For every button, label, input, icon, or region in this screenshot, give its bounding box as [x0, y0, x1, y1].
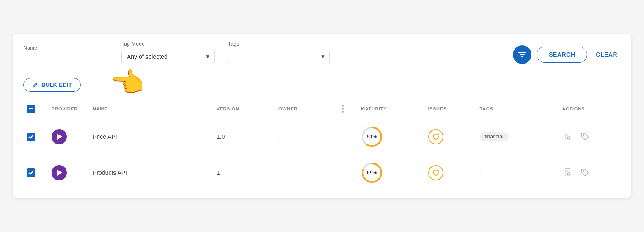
play-icon — [55, 133, 63, 141]
row1-owner-actions-cell — [337, 119, 358, 155]
row1-checkbox[interactable] — [27, 133, 35, 141]
select-all-checkbox[interactable] — [27, 105, 35, 113]
row2-maturity-circle: 69% — [361, 162, 383, 184]
col-header-owner: OWNER — [275, 99, 337, 119]
col-header-maturity: MATURITY — [358, 99, 425, 119]
edit-icon — [32, 82, 38, 88]
row2-actions-cell — [559, 155, 621, 191]
row1-tags-cell: financial — [476, 119, 559, 155]
row1-provider-icon — [52, 129, 67, 144]
col-header-provider: PROVIDER — [48, 99, 90, 119]
row2-owner-actions-cell — [337, 155, 358, 191]
svg-marker-3 — [57, 134, 62, 140]
tag-mode-select-wrapper: Any of selected All of selected None of … — [121, 50, 215, 64]
filter-icon-button[interactable] — [513, 45, 531, 64]
svg-point-11 — [583, 135, 584, 136]
checkmark-icon — [28, 134, 33, 139]
refresh-icon — [432, 133, 440, 141]
checkmark-icon — [28, 170, 33, 175]
filter-bar: Name Tag Mode Any of selected All of sel… — [13, 34, 631, 71]
tag-icon — [581, 132, 590, 141]
pointing-hand-emoji: 👈 — [110, 67, 144, 99]
row1-tag-button[interactable] — [579, 131, 591, 143]
name-filter-group: Name — [23, 45, 108, 64]
row1-version-cell: 1.0 — [213, 119, 275, 155]
row2-maturity-cell: 69% — [358, 155, 425, 191]
owner-column-menu[interactable] — [340, 103, 354, 114]
row2-owner-cell: - — [275, 155, 337, 191]
row1-tag-chip: financial — [480, 132, 509, 141]
tag-mode-label: Tag Mode — [121, 41, 215, 47]
clear-button[interactable]: CLEAR — [592, 47, 621, 62]
row2-check-cell — [23, 155, 48, 191]
col-header-issues: ISSUES — [425, 99, 476, 119]
col-header-check — [23, 99, 48, 119]
row1-maturity-cell: 51% — [358, 119, 425, 155]
row2-provider-icon — [52, 165, 67, 180]
row1-name-cell: Price API — [89, 119, 213, 155]
row2-checkbox[interactable] — [27, 168, 35, 177]
tags-filter-group: Tags ▼ — [228, 41, 330, 64]
search-button[interactable]: SEARCH — [537, 47, 587, 63]
row1-issues-cell — [425, 119, 476, 155]
row2-action-icons — [562, 167, 617, 179]
col-header-name: NAME — [89, 99, 213, 119]
row1-provider-cell — [48, 119, 90, 155]
name-label: Name — [23, 45, 108, 51]
row2-version-cell: 1 — [213, 155, 275, 191]
row1-maturity-circle: 51% — [361, 126, 383, 148]
tags-label: Tags — [228, 41, 330, 47]
row1-action-icons — [562, 131, 617, 143]
play-icon — [55, 169, 63, 177]
name-input[interactable] — [23, 53, 108, 64]
col-header-tags: TAGS — [476, 99, 559, 119]
row1-check-cell — [23, 119, 48, 155]
tags-select[interactable] — [228, 50, 330, 64]
api-table: PROVIDER NAME VERSION OWNER — [23, 99, 621, 191]
document-search-icon — [564, 132, 573, 141]
row1-actions-cell — [559, 119, 621, 155]
bulk-bar: BULK EDIT 👈 — [13, 71, 631, 99]
row2-provider-cell — [48, 155, 90, 191]
main-card: Name Tag Mode Any of selected All of sel… — [13, 34, 631, 198]
row1-view-button[interactable] — [562, 131, 574, 143]
row2-tag-button[interactable] — [579, 167, 591, 179]
row2-tags-cell: - — [476, 155, 559, 191]
bulk-edit-button[interactable]: BULK EDIT — [23, 78, 81, 92]
row2-name-cell: Products API — [89, 155, 213, 191]
svg-point-20 — [583, 171, 584, 172]
row2-issues-icon — [428, 165, 443, 180]
table-wrapper: PROVIDER NAME VERSION OWNER — [13, 99, 631, 198]
tags-select-wrapper: ▼ — [228, 50, 330, 64]
row1-owner-cell: - — [275, 119, 337, 155]
tag-mode-filter-group: Tag Mode Any of selected All of selected… — [121, 41, 215, 64]
row2-issues-cell — [425, 155, 476, 191]
filter-lines-icon — [518, 52, 526, 58]
refresh-icon — [432, 169, 440, 177]
document-search-icon — [564, 168, 573, 177]
table-row: Price API 1.0 - — [23, 119, 621, 155]
tag-icon — [581, 168, 590, 177]
col-header-version: VERSION — [213, 99, 275, 119]
filter-actions: SEARCH CLEAR — [513, 45, 621, 64]
tag-mode-select[interactable]: Any of selected All of selected None of … — [121, 50, 215, 64]
row1-issues-icon — [428, 129, 443, 144]
svg-marker-12 — [57, 170, 62, 176]
col-header-actions: ACTIONS — [559, 99, 621, 119]
col-header-owner-actions — [337, 99, 358, 119]
table-header-row: PROVIDER NAME VERSION OWNER — [23, 99, 621, 119]
row2-view-button[interactable] — [562, 167, 574, 179]
table-row: Products API 1 - — [23, 155, 621, 191]
